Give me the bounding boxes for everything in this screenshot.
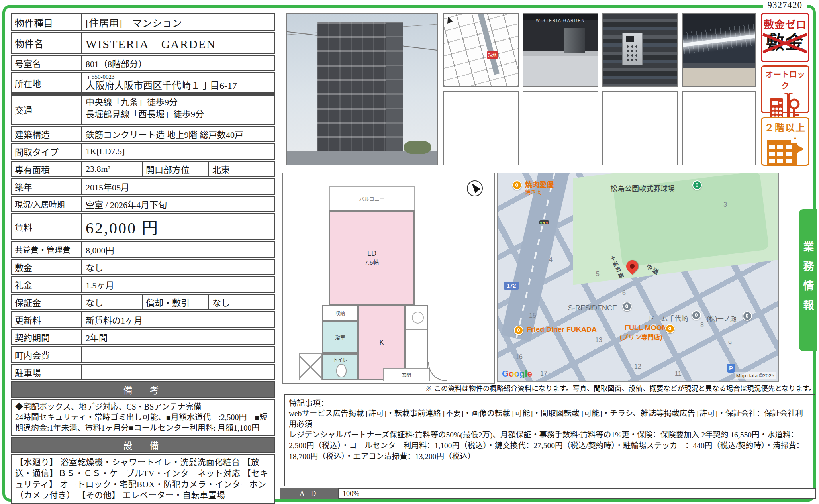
property-flyer: 9327420 物件種目[住居用] マンション 物件名WISTERIA GARD… xyxy=(0,0,819,504)
photo-mailboxes xyxy=(682,13,756,87)
plan-bath: 浴室 xyxy=(322,321,358,353)
property-table: 物件種目[住居用] マンション 物件名WISTERIA GARDEN 号室名80… xyxy=(11,13,275,504)
table-row: 駐車場- - xyxy=(11,364,275,380)
table-row: 更新料新賃料の1ヶ月 xyxy=(11,311,275,328)
photo-intercom xyxy=(602,13,678,87)
arrow-left-icon xyxy=(797,145,804,153)
park-pin-icon xyxy=(692,180,702,190)
table-row: 共益費・管理費8,000円 xyxy=(11,241,275,258)
table-row-rent: 賃料62,000 円 xyxy=(11,213,275,240)
photo-placeholder xyxy=(602,91,678,165)
location-map: 焼肉愛優 焼き肉 松島公園軟式野球場 3 4 5 6 8 9 11 12 13 … xyxy=(497,173,779,382)
table-row: 建築構造鉄筋コンクリート造 地上9階 総戸数40戸 xyxy=(11,126,275,142)
table-row: 町内会費 xyxy=(11,346,275,363)
badge-no-deposit: 敷金ゼロ 敷金 xyxy=(761,13,809,62)
property-name: WISTERIA GARDEN xyxy=(82,33,274,53)
photo-placeholder xyxy=(682,91,756,165)
restaurant-pin-icon xyxy=(512,180,522,190)
disclaimer-note: ※ この資料は物件の概略紹介資料になります。写真、間取図面、設備、概要などが現況… xyxy=(343,383,816,393)
plan-living: LD7.5帖 xyxy=(329,210,415,305)
plan-closet: 収納 xyxy=(322,305,358,321)
table-row-address: 所在地 〒550-0023大阪府大阪市西区千代崎１丁目6-17 xyxy=(11,72,275,94)
photo-entrance: WISTERIA GARDEN xyxy=(523,13,598,87)
business-info-tab: 業務情報 xyxy=(799,209,817,351)
restaurant-pin-icon xyxy=(514,326,523,335)
floor-plan: バルコニー LD7.5帖 収納 浴室 トイレ K 玄関 xyxy=(282,173,495,384)
photo-building-exterior xyxy=(286,13,438,165)
remarks-text: ◆宅配ボックス、地デジ対応、CS・BSアンテナ完備 24時間セキュリティ・常時ゴ… xyxy=(11,399,275,436)
badge-autolock: オートロック xyxy=(761,65,809,113)
parking-icon: P xyxy=(727,364,735,373)
special-notes-box: 特記事項： webサービス広告掲載 [許可]・転載事前連絡 [不要]・画像の転載… xyxy=(284,394,815,486)
special-notes-body: webサービス広告掲載 [許可]・転載事前連絡 [不要]・画像の転載 [可能]・… xyxy=(289,408,811,462)
traffic-light-icon xyxy=(539,220,549,224)
table-row: 礼金1.5ヶ月 xyxy=(11,276,275,293)
table-row: 物件名WISTERIA GARDEN xyxy=(11,32,275,54)
postal-code: 〒550-0023 xyxy=(86,74,270,80)
ad-bar: A D 100% xyxy=(280,488,816,499)
table-row: 現況/入居時期空室 / 2026年4月下旬 xyxy=(11,196,275,212)
google-logo: Google xyxy=(502,369,532,379)
badge-second-floor-plus: ２階以上 xyxy=(761,117,809,166)
table-row: 号室名801（8階部分） xyxy=(11,55,275,71)
table-row: 敷金なし xyxy=(11,259,275,275)
access-line: 中央線「九条」徒歩9分 xyxy=(86,96,270,108)
crossed-out-deposit: 敷金 xyxy=(766,33,804,52)
ad-label: A D xyxy=(280,488,338,499)
equipment-text: 【水廻り】 浴室乾燥機・シャワートイレ・洗髪洗面化粧台 【放送・通信】ＢＳ・ＣＳ… xyxy=(11,454,275,504)
special-notes-title: 特記事項： xyxy=(289,397,811,408)
building-pin-icon xyxy=(622,302,632,311)
entrance-sign: WISTERIA GARDEN xyxy=(523,18,598,23)
table-row: 物件種目[住居用] マンション xyxy=(11,13,275,31)
building-pin-icon xyxy=(692,310,701,320)
plan-balcony: バルコニー xyxy=(329,186,415,210)
intercom-panel xyxy=(622,33,642,65)
table-row: 築年2015年05月 xyxy=(11,178,275,195)
map-copyright: Map data ©2025 xyxy=(735,372,776,379)
site-marker: 現地 xyxy=(487,51,498,59)
table-row: 間取タイプ1K[LD7.5] xyxy=(11,143,275,160)
document-number: 9327420 xyxy=(763,0,807,10)
access-line: 長堀鶴見線「西長堀」徒歩9分 xyxy=(86,108,270,120)
table-row-access: 交通 中央線「九条」徒歩9分長堀鶴見線「西長堀」徒歩9分 xyxy=(11,94,275,125)
restaurant-pin-icon xyxy=(665,324,675,333)
photo-placeholder xyxy=(523,91,598,165)
plan-washer-space xyxy=(299,353,322,380)
address: 大阪府大阪市西区千代崎１丁目6-17 xyxy=(86,80,270,92)
plan-door-arc xyxy=(428,362,447,381)
plan-entrance: 玄関 xyxy=(383,368,430,381)
section-header-remarks: 備 考 xyxy=(11,381,275,398)
ad-value: 100% xyxy=(338,488,816,499)
photo-location-sketch: 現地 xyxy=(443,13,519,87)
section-header-equipment: 設 備 xyxy=(11,437,275,453)
table-row: 契約期間2年間 xyxy=(11,329,275,345)
rent-amount: 62,000 円 xyxy=(82,214,274,239)
building-pin-icon xyxy=(743,311,752,321)
compass-icon xyxy=(467,180,483,196)
plan-toilet: トイレ xyxy=(322,353,358,380)
building-floors-icon xyxy=(766,135,804,166)
table-row-deposit: 保証金 なし 償却・敷引 なし xyxy=(11,294,275,310)
table-row-area: 専有面積 23.8m² 開口部方位 北東 xyxy=(11,161,275,177)
photo-placeholder xyxy=(443,91,519,165)
route-badge: 172 xyxy=(504,282,519,290)
building xyxy=(317,22,386,151)
park-label: 松島公園軟式野球場 xyxy=(610,183,675,193)
